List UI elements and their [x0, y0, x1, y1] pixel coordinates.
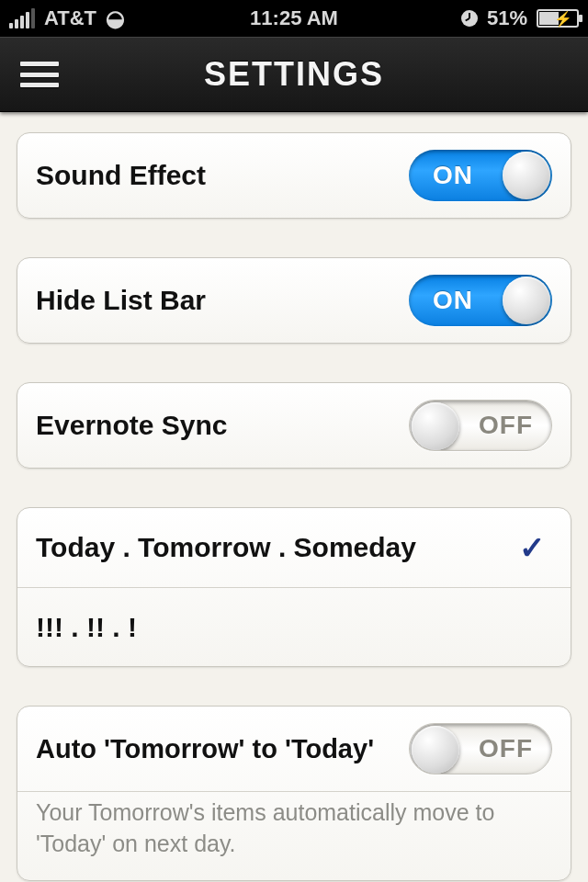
sound-effect-toggle[interactable]: ON: [409, 150, 552, 201]
setting-card-hidelist: Hide List Bar ON: [17, 257, 571, 344]
auto-tomorrow-label: Auto 'Tomorrow' to 'Today': [36, 734, 374, 764]
toggle-on-label: ON: [433, 275, 473, 326]
setting-card-auto-tomorrow: Auto 'Tomorrow' to 'Today' OFF Your Tomo…: [17, 706, 571, 881]
setting-card-evernote: Evernote Sync OFF: [17, 382, 571, 469]
setting-card-labeling: Today . Tomorrow . Someday ✓ !!! . !! . …: [17, 507, 571, 667]
toggle-off-label: OFF: [479, 401, 533, 450]
settings-content: Sound Effect ON Hide List Bar ON Evernot…: [0, 112, 588, 882]
labeling-option-0-label: Today . Tomorrow . Someday: [36, 532, 416, 563]
battery-icon: ⚡: [537, 9, 579, 28]
setting-card-sound: Sound Effect ON: [17, 132, 571, 219]
labeling-option-1-label: !!! . !! . !: [36, 612, 137, 643]
checkmark-icon: ✓: [519, 529, 552, 566]
labeling-option-1[interactable]: !!! . !! . !: [17, 587, 571, 666]
battery-pct: 51%: [487, 6, 527, 30]
labeling-option-0[interactable]: Today . Tomorrow . Someday ✓: [17, 508, 571, 587]
signal-icon: [9, 8, 35, 28]
evernote-sync-toggle[interactable]: OFF: [409, 400, 552, 451]
hide-list-bar-toggle[interactable]: ON: [409, 275, 552, 326]
toggle-on-label: ON: [433, 150, 473, 201]
status-bar: AT&T ◒ 11:25 AM 51% ⚡: [0, 0, 588, 37]
menu-button[interactable]: [17, 56, 62, 93]
sound-effect-label: Sound Effect: [36, 160, 206, 191]
evernote-sync-label: Evernote Sync: [36, 410, 227, 441]
hide-list-bar-label: Hide List Bar: [36, 285, 206, 316]
auto-tomorrow-hint: Your Tomorrow's items automatically move…: [17, 792, 571, 880]
carrier-label: AT&T: [44, 6, 96, 30]
alarm-icon: [461, 10, 478, 27]
toggle-knob: [503, 277, 550, 324]
auto-tomorrow-toggle[interactable]: OFF: [409, 723, 552, 775]
toggle-knob: [412, 402, 459, 450]
toggle-knob: [503, 152, 550, 199]
toggle-knob: [412, 726, 459, 774]
page-title: SETTINGS: [204, 55, 384, 94]
nav-bar: SETTINGS: [0, 37, 588, 112]
hamburger-icon: [20, 62, 59, 66]
wifi-icon: ◒: [106, 6, 125, 31]
toggle-off-label: OFF: [479, 724, 533, 774]
